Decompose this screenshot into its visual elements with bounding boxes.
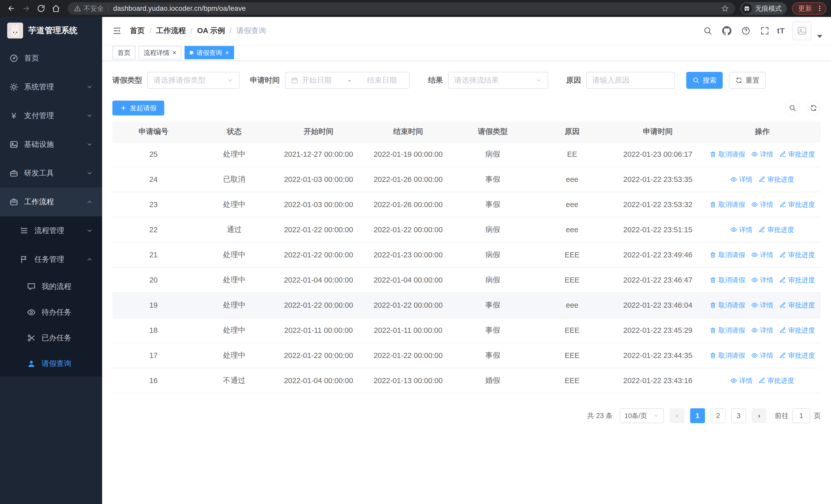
fullscreen-icon[interactable] [758,24,771,37]
action-cancel-link[interactable]: 取消请假 [710,150,745,159]
table-row[interactable]: 21 处理中 2022-01-22 00:00:00 2022-01-23 00… [112,242,821,267]
cell-reason: eee [533,293,612,318]
action-progress-link[interactable]: 审批进度 [758,175,794,184]
prev-page-button[interactable]: ‹ [669,408,684,423]
table-row[interactable]: 17 处理中 2022-01-22 00:00:00 2022-01-22 00… [112,343,821,368]
create-leave-button[interactable]: 发起请假 [112,100,164,116]
result-select[interactable]: 请选择流结果 [448,72,548,89]
help-icon[interactable] [739,24,752,37]
app-logo[interactable]: 芋道管理系统 [0,17,102,44]
action-progress-link[interactable]: 审批进度 [758,225,794,234]
sidebar-item-payment[interactable]: ¥ 支付管理 [0,101,102,130]
page-button-3[interactable]: 3 [731,408,746,423]
bookmark-star-icon[interactable] [721,5,729,12]
action-cancel-link[interactable]: 取消请假 [710,276,745,285]
next-page-button[interactable]: › [752,408,767,423]
action-progress-link[interactable]: 审批进度 [779,326,815,335]
cell-leave-type: 病假 [453,142,533,167]
reason-input[interactable]: 请输入原因 [586,72,675,89]
action-detail-link[interactable]: 详情 [730,225,752,234]
font-size-icon[interactable]: tT [777,26,785,35]
action-detail-link[interactable]: 详情 [730,376,752,385]
page-size-select[interactable]: 10条/页 [620,408,664,423]
tab-leave-query[interactable]: 请假查询 × [184,46,234,59]
tab-process-detail[interactable]: 流程详情 × [139,46,181,59]
table-row[interactable]: 22 通过 2022-01-22 00:00:00 2022-01-22 00:… [112,217,821,242]
action-cancel-link[interactable]: 取消请假 [710,326,745,335]
action-detail-link[interactable]: 详情 [751,150,773,159]
breadcrumb-home[interactable]: 首页 [130,26,145,36]
leave-type-select[interactable]: 请选择请假类型 [147,72,240,89]
cell-apply-id: 24 [112,167,195,192]
action-progress-link[interactable]: 审批进度 [779,200,815,209]
action-progress-link[interactable]: 审批进度 [779,150,815,159]
tab-close-icon[interactable]: × [172,49,176,56]
sidebar-item-devtools[interactable]: 研发工具 [0,159,102,187]
header-search-icon[interactable] [701,24,715,37]
action-cancel-link[interactable]: 取消请假 [710,200,745,209]
sidebar-toggle-icon[interactable] [111,25,123,37]
table-row[interactable]: 16 不通过 2022-01-04 00:00:00 2022-01-13 00… [112,368,821,393]
sidebar-item-infra[interactable]: 基础设施 [0,130,102,159]
refresh-table-icon[interactable] [806,101,821,115]
action-progress-link[interactable]: 审批进度 [779,250,815,260]
action-progress-link[interactable]: 审批进度 [779,351,815,360]
table-row[interactable]: 25 处理中 2021-12-27 00:00:00 2022-01-19 00… [112,142,821,167]
app-navbar: 首页 / 工作流程 / OA 示例 / 请假查询 [102,17,831,45]
action-cancel-link[interactable]: 取消请假 [710,250,745,260]
tab-close-icon[interactable]: × [225,49,229,56]
home-icon[interactable] [49,2,63,15]
browser-menu-icon[interactable] [816,5,823,12]
browser-update-button[interactable]: 更新 [792,2,826,14]
page-button-1[interactable]: 1 [690,408,705,423]
breadcrumb-workflow[interactable]: 工作流程 [156,26,186,36]
date-range-picker[interactable]: 开始日期 - 结束日期 [285,72,409,89]
trash-icon [710,302,716,308]
sidebar-item-system[interactable]: 系统管理 [0,72,102,101]
dashboard-icon [9,54,19,63]
action-progress-link[interactable]: 审批进度 [779,301,815,310]
table-row[interactable]: 19 处理中 2022-01-22 00:00:00 2022-01-22 00… [112,293,821,318]
toggle-search-icon[interactable] [785,101,800,115]
action-detail-link[interactable]: 详情 [751,351,773,360]
sidebar-item-workflow[interactable]: 工作流程 [0,187,102,216]
breadcrumb-oa-example[interactable]: OA 示例 [197,26,225,36]
table-row[interactable]: 23 处理中 2022-01-03 00:00:00 2022-01-26 00… [112,192,821,217]
action-detail-link[interactable]: 详情 [730,175,752,184]
cell-end-time: 2022-01-11 00:00:00 [363,318,453,343]
sidebar-item-my-process[interactable]: 我的流程 [0,274,102,299]
table-row[interactable]: 18 处理中 2022-01-11 00:00:00 2022-01-11 00… [112,318,821,343]
reset-button[interactable]: 重置 [729,72,766,89]
github-icon[interactable] [720,24,734,37]
action-progress-link[interactable]: 审批进度 [779,276,815,285]
user-avatar[interactable] [793,21,811,40]
search-button[interactable]: 搜索 [686,72,723,89]
action-detail-link[interactable]: 详情 [751,301,773,310]
reload-icon[interactable] [34,2,48,15]
sidebar-item-done-tasks[interactable]: 已办任务 [0,325,102,351]
sidebar-item-home[interactable]: 首页 [0,44,102,72]
eye-icon [730,226,737,233]
sidebar-item-leave-query[interactable]: 请假查询 [0,351,102,377]
action-detail-link[interactable]: 详情 [751,250,773,260]
action-progress-link[interactable]: 审批进度 [758,376,794,385]
address-bar[interactable]: 不安全 dashboard.yudao.iocoder.cn/bpm/oa/le… [68,2,735,14]
action-detail-link[interactable]: 详情 [751,276,773,285]
cell-end-time: 2022-01-22 00:00:00 [363,217,453,242]
table-row[interactable]: 20 处理中 2022-01-04 00:00:00 2022-01-04 00… [112,267,821,293]
sidebar-item-task-mgmt[interactable]: 任务管理 [0,245,102,274]
action-cancel-link[interactable]: 取消请假 [710,301,745,310]
back-icon[interactable] [5,2,18,15]
action-detail-link[interactable]: 详情 [751,326,773,335]
page-jump-input[interactable] [792,408,810,423]
action-detail-link[interactable]: 详情 [751,200,773,209]
sidebar-item-process-mgmt[interactable]: 流程管理 [0,216,102,245]
tab-home[interactable]: 首页 [112,46,136,59]
avatar-dropdown-caret-icon[interactable] [817,35,822,38]
trash-icon [710,277,716,283]
forward-icon[interactable] [20,2,33,15]
sidebar-item-todo-tasks[interactable]: 待办任务 [0,299,102,325]
action-cancel-link[interactable]: 取消请假 [710,351,745,360]
page-button-2[interactable]: 2 [711,408,725,423]
table-row[interactable]: 24 已取消 2022-01-03 00:00:00 2022-01-26 00… [112,167,821,192]
